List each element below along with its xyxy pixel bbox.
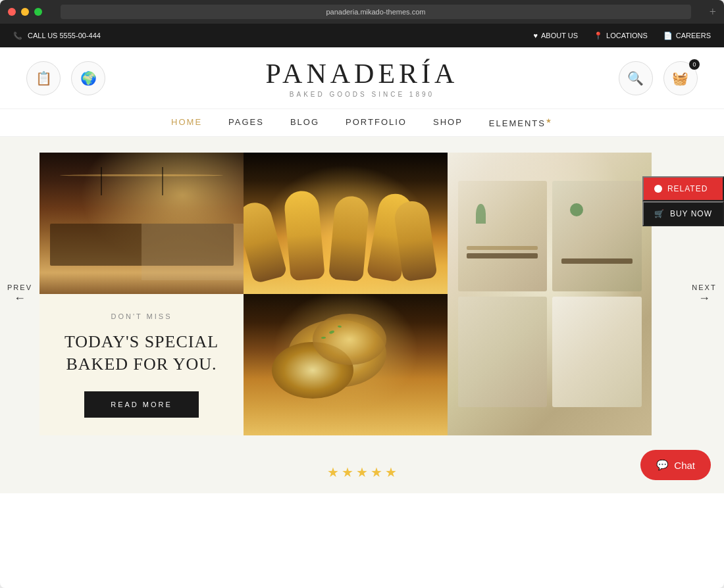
star-5: ★: [385, 464, 397, 480]
top-bar: 📞 CALL US 5555-00-444 ♥ ABOUT US 📍 LOCAT…: [0, 24, 724, 47]
gallery-cell-sandwich: [448, 153, 652, 435]
maximize-dot[interactable]: [34, 8, 42, 16]
brand-name: PANADERÍA: [266, 58, 459, 89]
cart-small-icon: 🛒: [654, 209, 665, 218]
new-tab-button[interactable]: +: [710, 5, 716, 19]
site-header: 📋 🌍 PANADERÍA BAKED GOODS SINCE 1890 🔍 🧺…: [0, 47, 724, 109]
related-dot-icon: [654, 185, 662, 193]
search-icon: 🔍: [627, 70, 644, 86]
phone-icon: 📞: [13, 32, 22, 40]
main-nav: HOME PAGES BLOG PORTFOLIO SHOP ELEMENTS★: [0, 109, 724, 137]
brand-tagline: BAKED GOODS SINCE 1890: [266, 91, 459, 98]
cart-badge: 0: [689, 59, 700, 70]
browser-window: panaderia.mikado-themes.com + 📞 CALL US …: [0, 0, 724, 588]
nav-elements[interactable]: ELEMENTS★: [489, 117, 553, 128]
prev-nav[interactable]: PREV ←: [0, 283, 39, 305]
cart-icon: 🧺: [672, 70, 688, 86]
browser-titlebar: panaderia.mikado-themes.com +: [0, 0, 724, 24]
next-arrow: →: [698, 291, 710, 305]
phone-label: CALL US 5555-00-444: [28, 32, 101, 39]
brand-logo: PANADERÍA BAKED GOODS SINCE 1890: [266, 58, 459, 98]
address-bar[interactable]: panaderia.mikado-themes.com: [61, 5, 691, 19]
minimize-dot[interactable]: [21, 8, 29, 16]
dont-miss-label: DON'T MISS: [111, 312, 172, 320]
topbar-left: 📞 CALL US 5555-00-444: [13, 32, 101, 40]
header-icons-left: 📋 🌍: [26, 61, 105, 95]
close-dot[interactable]: [8, 8, 16, 16]
gallery-grid: DON'T MISS TODAY'S SPECIAL BAKED FOR YOU…: [39, 153, 685, 435]
star-4: ★: [371, 464, 382, 480]
website-content: 📞 CALL US 5555-00-444 ♥ ABOUT US 📍 LOCAT…: [0, 24, 724, 588]
star-icon: ★: [546, 117, 553, 124]
list-icon: 📋: [36, 70, 52, 86]
star-2: ★: [342, 464, 353, 480]
nav-shop[interactable]: SHOP: [433, 117, 463, 128]
side-panel: RELATED 🛒 BUY NOW: [642, 176, 724, 226]
gallery-cell-interior: [39, 153, 244, 294]
special-headline: TODAY'S SPECIAL BAKED FOR YOU.: [59, 331, 224, 376]
star-3: ★: [356, 464, 368, 480]
cart-button[interactable]: 🧺 0: [663, 61, 698, 95]
chat-icon: 💬: [656, 459, 669, 471]
globe-icon: 🌍: [80, 70, 97, 86]
slider-area: PREV ←: [0, 137, 724, 451]
read-more-button[interactable]: READ MORE: [84, 391, 199, 418]
nav-blog[interactable]: BLOG: [290, 117, 319, 128]
header-icons-right: 🔍 🧺 0: [619, 61, 698, 95]
menu-icon-button[interactable]: 📋: [26, 61, 61, 95]
main-content: PREV ←: [0, 137, 724, 493]
related-button[interactable]: RELATED: [642, 176, 724, 201]
globe-icon-button[interactable]: 🌍: [71, 61, 105, 95]
map-pin-icon: 📍: [594, 32, 603, 40]
about-link[interactable]: ♥ ABOUT US: [533, 32, 578, 39]
nav-pages[interactable]: PAGES: [228, 117, 264, 128]
star-1: ★: [327, 464, 339, 480]
search-icon-button[interactable]: 🔍: [619, 61, 653, 95]
gallery-cell-croissants: [244, 153, 448, 294]
nav-home[interactable]: HOME: [171, 117, 202, 128]
next-nav[interactable]: NEXT →: [685, 283, 724, 305]
next-label: NEXT: [692, 283, 716, 291]
heart-icon: ♥: [533, 32, 538, 39]
prev-arrow: ←: [14, 291, 26, 305]
chat-button[interactable]: 💬 Chat: [640, 450, 711, 480]
careers-link[interactable]: 📄 CAREERS: [663, 32, 711, 40]
nav-portfolio[interactable]: PORTFOLIO: [346, 117, 407, 128]
locations-link[interactable]: 📍 LOCATIONS: [594, 32, 648, 40]
document-icon: 📄: [663, 32, 673, 40]
stars-rating: ★ ★ ★ ★ ★: [0, 451, 724, 493]
gallery-cell-bread: [244, 294, 448, 435]
topbar-right: ♥ ABOUT US 📍 LOCATIONS 📄 CAREERS: [533, 32, 711, 40]
buy-now-button[interactable]: 🛒 BUY NOW: [642, 201, 724, 226]
url-text: panaderia.mikado-themes.com: [326, 8, 425, 16]
prev-label: PREV: [7, 283, 32, 291]
gallery-cell-special: DON'T MISS TODAY'S SPECIAL BAKED FOR YOU…: [39, 294, 244, 435]
